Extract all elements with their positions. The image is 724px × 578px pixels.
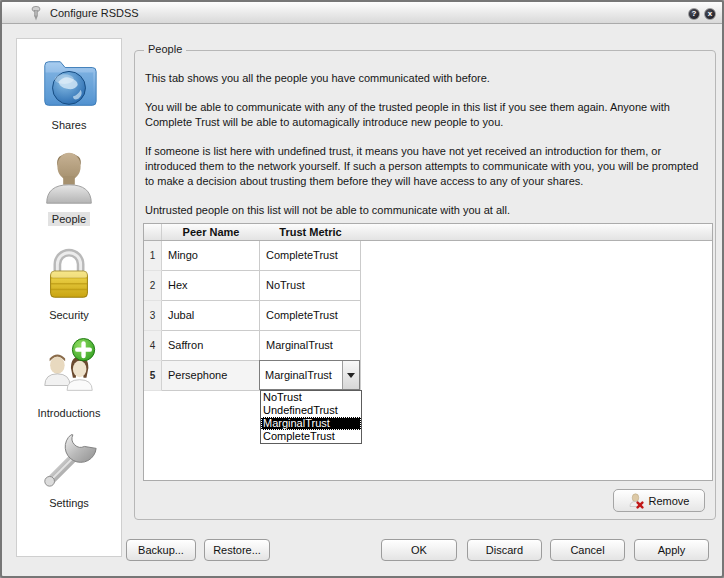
table-row[interactable]: 3 Jubal CompleteTrust bbox=[144, 301, 712, 331]
dropdown-option-completetrust[interactable]: CompleteTrust bbox=[261, 430, 361, 443]
chevron-down-icon bbox=[347, 373, 355, 378]
row-number[interactable]: 3 bbox=[144, 301, 162, 331]
paragraph: Untrusted people on this list will not b… bbox=[145, 203, 703, 218]
paragraph: This tab shows you all the people you ha… bbox=[145, 71, 703, 86]
app-pin-icon bbox=[28, 5, 44, 21]
table-header: Peer Name Trust Metric bbox=[144, 224, 712, 241]
peer-name-cell[interactable]: Hex bbox=[162, 271, 260, 301]
dropdown-option-marginaltrust[interactable]: MarginalTrust bbox=[261, 417, 361, 430]
close-button[interactable]: x bbox=[704, 8, 716, 20]
combobox-value: MarginalTrust bbox=[260, 361, 342, 389]
row-number[interactable]: 4 bbox=[144, 331, 162, 361]
people-plus-icon bbox=[38, 337, 100, 403]
padlock-icon bbox=[38, 243, 100, 305]
window-title: Configure RSDSS bbox=[50, 7, 139, 19]
paragraph: If someone is list here with undefined t… bbox=[145, 144, 703, 189]
sidebar-item-security[interactable]: Security bbox=[17, 243, 121, 323]
trust-dropdown-list: NoTrust UndefinedTrust MarginalTrust Com… bbox=[260, 390, 362, 444]
title-bar: Configure RSDSS ? x bbox=[2, 2, 722, 24]
table-row[interactable]: 4 Saffron MarginalTrust bbox=[144, 331, 712, 361]
combobox-dropdown-button[interactable] bbox=[342, 361, 359, 389]
cancel-button[interactable]: Cancel bbox=[550, 539, 625, 561]
column-header-trust-metric[interactable]: Trust Metric bbox=[260, 224, 361, 240]
row-number[interactable]: 5 bbox=[144, 361, 162, 391]
table-row[interactable]: 2 Hex NoTrust bbox=[144, 271, 712, 301]
trust-combobox[interactable]: MarginalTrust bbox=[259, 360, 360, 390]
ok-button[interactable]: OK bbox=[381, 539, 457, 561]
person-icon bbox=[38, 147, 100, 209]
sidebar-item-settings[interactable]: Settings bbox=[17, 427, 121, 511]
peer-name-cell[interactable]: Saffron bbox=[162, 331, 260, 361]
sidebar-label-shares: Shares bbox=[48, 118, 91, 132]
sidebar-label-people: People bbox=[48, 212, 90, 226]
restore-button[interactable]: Restore... bbox=[204, 539, 270, 561]
table-corner bbox=[144, 224, 162, 240]
paragraph: You will be able to communicate with any… bbox=[145, 100, 703, 130]
trust-metric-cell[interactable]: CompleteTrust bbox=[260, 241, 361, 271]
row-number[interactable]: 1 bbox=[144, 241, 162, 271]
sidebar-item-introductions[interactable]: Introductions bbox=[17, 337, 121, 421]
row-number[interactable]: 2 bbox=[144, 271, 162, 301]
apply-button[interactable]: Apply bbox=[634, 539, 709, 561]
table-row-selected[interactable]: 5 Persephone MarginalTrust bbox=[144, 361, 712, 391]
dropdown-option-notrust[interactable]: NoTrust bbox=[261, 391, 361, 404]
remove-button-label: Remove bbox=[649, 495, 690, 507]
folder-globe-icon bbox=[38, 53, 100, 115]
peer-name-cell[interactable]: Persephone bbox=[162, 361, 260, 391]
trust-metric-cell-editing: MarginalTrust bbox=[260, 361, 361, 391]
table-row[interactable]: 1 Mingo CompleteTrust bbox=[144, 241, 712, 271]
backup-button[interactable]: Backup... bbox=[126, 539, 196, 561]
help-button[interactable]: ? bbox=[688, 8, 700, 20]
peers-table: Peer Name Trust Metric 1 Mingo CompleteT… bbox=[143, 223, 713, 481]
dropdown-option-undefinedtrust[interactable]: UndefinedTrust bbox=[261, 404, 361, 417]
trust-metric-cell[interactable]: MarginalTrust bbox=[260, 331, 361, 361]
configure-rsdss-window: Configure RSDSS ? x bbox=[0, 0, 724, 578]
groupbox-legend: People bbox=[144, 43, 186, 55]
description-text: This tab shows you all the people you ha… bbox=[145, 71, 703, 232]
peer-name-cell[interactable]: Jubal bbox=[162, 301, 260, 331]
remove-button[interactable]: Remove bbox=[613, 489, 705, 512]
sidebar-label-security: Security bbox=[45, 308, 93, 322]
discard-button[interactable]: Discard bbox=[467, 539, 542, 561]
column-header-peer-name[interactable]: Peer Name bbox=[162, 224, 260, 240]
sidebar: Shares People bbox=[16, 38, 122, 557]
people-groupbox: People This tab shows you all the people… bbox=[134, 50, 716, 520]
sidebar-item-people[interactable]: People bbox=[17, 147, 121, 227]
sidebar-label-introductions: Introductions bbox=[34, 406, 105, 420]
trust-metric-cell[interactable]: NoTrust bbox=[260, 271, 361, 301]
trust-metric-cell[interactable]: CompleteTrust bbox=[260, 301, 361, 331]
remove-person-icon bbox=[629, 493, 645, 509]
sidebar-label-settings: Settings bbox=[45, 496, 93, 510]
sidebar-item-shares[interactable]: Shares bbox=[17, 53, 121, 133]
wrench-icon bbox=[38, 427, 100, 493]
peer-name-cell[interactable]: Mingo bbox=[162, 241, 260, 271]
